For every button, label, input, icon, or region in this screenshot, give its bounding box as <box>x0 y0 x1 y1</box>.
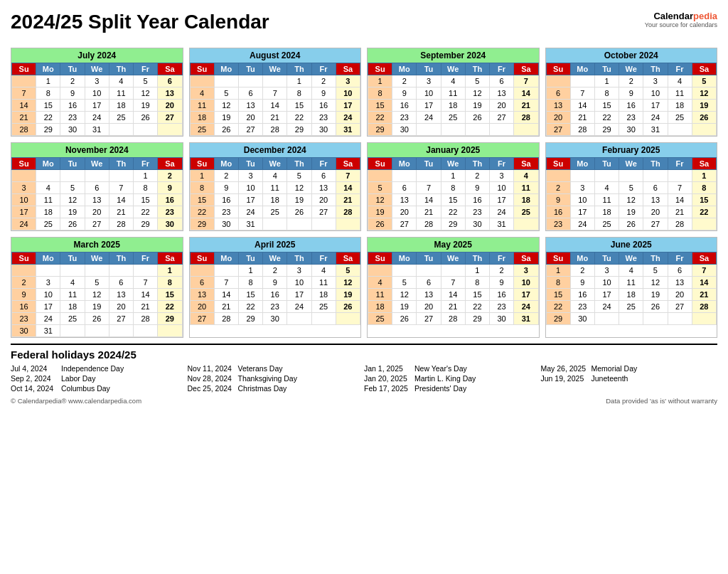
cal-day: 2 <box>546 182 570 194</box>
cal-day: 11 <box>668 87 692 100</box>
day-header-th: Th <box>465 63 489 75</box>
cal-day <box>336 218 360 230</box>
cal-day <box>668 170 692 182</box>
cal-day <box>441 124 465 136</box>
month-title: May 2025 <box>368 238 539 252</box>
cal-day: 20 <box>392 206 417 218</box>
cal-day: 29 <box>368 124 392 136</box>
cal-day: 8 <box>368 87 392 100</box>
cal-day: 3 <box>490 170 514 182</box>
day-header-su: Su <box>12 253 36 265</box>
cal-day: 12 <box>619 194 643 206</box>
cal-day: 8 <box>190 182 214 194</box>
cal-day: 26 <box>134 112 158 124</box>
day-header-su: Su <box>546 158 570 170</box>
cal-day: 12 <box>214 100 238 112</box>
month-march-2025: March 2025SuMoTuWeThFrSa1234567891011121… <box>11 237 183 338</box>
day-header-fr: Fr <box>134 253 158 265</box>
cal-day: 23 <box>619 112 643 124</box>
cal-day: 15 <box>546 289 570 301</box>
cal-day: 16 <box>311 100 336 112</box>
cal-day <box>287 313 311 325</box>
cal-day: 21 <box>336 194 360 206</box>
day-header-su: Su <box>368 63 392 75</box>
day-header-su: Su <box>546 63 570 75</box>
cal-day <box>692 218 716 230</box>
month-december-2024: December 2024SuMoTuWeThFrSa1234567891011… <box>189 142 362 231</box>
cal-day: 15 <box>36 100 60 112</box>
month-august-2024: August 2024SuMoTuWeThFrSa123456789101112… <box>189 48 362 137</box>
month-title: February 2025 <box>546 143 717 157</box>
cal-day: 13 <box>158 87 182 100</box>
day-header-we: We <box>85 253 109 265</box>
cal-day: 24 <box>417 112 441 124</box>
day-header-tu: Tu <box>60 63 85 75</box>
cal-day <box>465 124 489 136</box>
holidays-section: Federal holidays 2024/25 Jul 4, 2024Inde… <box>11 344 717 393</box>
cal-day: 7 <box>12 87 36 100</box>
cal-day: 27 <box>643 218 668 230</box>
cal-day: 27 <box>311 206 336 218</box>
cal-day: 23 <box>263 301 287 313</box>
cal-day: 26 <box>368 218 392 230</box>
cal-day: 16 <box>490 289 514 301</box>
cal-day: 25 <box>594 218 619 230</box>
month-title: November 2024 <box>11 143 183 157</box>
cal-day <box>594 313 619 325</box>
cal-day: 9 <box>60 87 85 100</box>
cal-day: 20 <box>311 194 336 206</box>
cal-day <box>417 170 441 182</box>
cal-day: 20 <box>158 100 182 112</box>
header: 2024/25 Split Year Calendar Calendarpedi… <box>11 11 717 41</box>
holidays-title: Federal holidays 2024/25 <box>11 349 717 361</box>
cal-day: 29 <box>287 124 311 136</box>
day-header-su: Su <box>190 253 214 265</box>
day-header-fr: Fr <box>668 253 692 265</box>
holiday-name: Memorial Day <box>592 364 638 373</box>
cal-day: 15 <box>441 194 465 206</box>
day-header-fr: Fr <box>668 63 692 75</box>
month-title: October 2024 <box>546 48 717 63</box>
cal-day: 2 <box>158 170 182 182</box>
cal-day: 28 <box>441 313 465 325</box>
cal-day: 6 <box>417 277 441 289</box>
cal-day: 6 <box>85 182 109 194</box>
cal-day: 29 <box>546 313 570 325</box>
cal-day: 22 <box>368 112 392 124</box>
cal-day: 19 <box>287 194 311 206</box>
cal-day: 8 <box>594 87 619 100</box>
day-header-sa: Sa <box>514 63 538 75</box>
footer-right: Data provided 'as is' without warranty <box>606 397 717 405</box>
cal-day: 19 <box>643 289 668 301</box>
cal-day <box>12 75 36 87</box>
cal-day: 25 <box>60 313 85 325</box>
cal-day: 2 <box>490 265 514 277</box>
cal-day: 30 <box>311 124 336 136</box>
day-header-tu: Tu <box>60 158 85 170</box>
cal-day <box>441 265 465 277</box>
cal-day: 20 <box>190 301 214 313</box>
cal-day <box>85 325 109 337</box>
cal-day: 12 <box>643 277 668 289</box>
cal-day: 3 <box>417 75 441 87</box>
cal-day <box>109 325 133 337</box>
cal-day: 23 <box>158 206 182 218</box>
cal-day: 27 <box>392 218 417 230</box>
cal-day: 26 <box>692 112 716 124</box>
cal-day <box>619 313 643 325</box>
cal-day: 28 <box>570 124 594 136</box>
day-header-fr: Fr <box>490 253 514 265</box>
cal-day: 22 <box>594 112 619 124</box>
month-april-2025: April 2025SuMoTuWeThFrSa1234567891011121… <box>189 237 362 338</box>
month-september-2024: September 2024SuMoTuWeThFrSa123456789101… <box>367 48 540 137</box>
footer: © Calendarpedia® www.calendarpedia.com D… <box>11 397 717 405</box>
month-title: March 2025 <box>11 238 183 252</box>
cal-day: 26 <box>392 313 417 325</box>
brand-calendar: Calendar <box>653 11 693 21</box>
cal-day: 16 <box>263 289 287 301</box>
month-title: August 2024 <box>190 48 361 63</box>
cal-day: 21 <box>109 206 133 218</box>
holiday-name: Juneteenth <box>592 374 628 383</box>
cal-day <box>490 124 514 136</box>
cal-day: 1 <box>134 170 158 182</box>
